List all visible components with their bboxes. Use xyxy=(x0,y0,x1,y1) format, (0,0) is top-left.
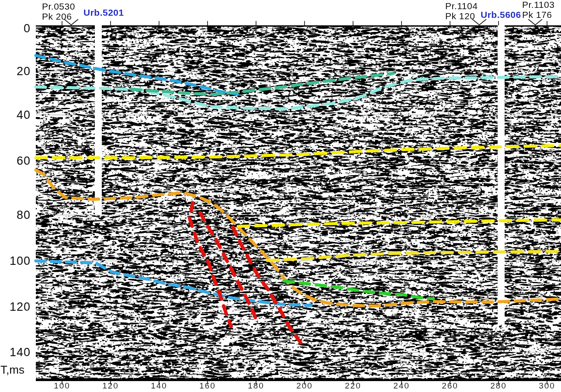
shotpoint-line2: Pk 176 xyxy=(522,10,554,20)
x-tick-label-300: 300 xyxy=(533,382,561,390)
y-tick-label-60: 60 xyxy=(0,155,31,167)
x-tick-label-160: 160 xyxy=(194,382,222,390)
y-tick-label-140: 140 xyxy=(0,346,31,358)
seismic-section-figure: 0204060801001201401001201401601802002202… xyxy=(0,0,561,392)
well-name-label-urb5606: Urb.5606 xyxy=(481,10,521,20)
y-tick-label-20: 20 xyxy=(0,65,31,77)
shotpoint-line1: Pr.0530 xyxy=(42,1,75,11)
shotpoint-label-pr1104: Pr.1104 Pk 120 xyxy=(445,1,478,21)
shotpoint-line1: Pr.1103 xyxy=(522,0,554,10)
y-tick-label-100: 100 xyxy=(0,255,31,267)
x-tick-label-100: 100 xyxy=(48,382,76,390)
y-tick-label-120: 120 xyxy=(0,301,31,313)
x-tick-label-220: 220 xyxy=(339,382,367,390)
x-tick-label-120: 120 xyxy=(97,382,125,390)
x-tick-label-260: 260 xyxy=(436,382,464,390)
x-tick-label-180: 180 xyxy=(242,382,270,390)
shotpoint-line2: Pk 120 xyxy=(445,11,478,21)
shotpoint-line1: Pr.1104 xyxy=(445,1,478,11)
x-tick-label-200: 200 xyxy=(291,382,319,390)
well-name-label-urb5201: Urb.5201 xyxy=(83,7,124,18)
shotpoint-label-pr0530: Pr.0530 Pk 206 xyxy=(42,1,75,21)
y-tick-label-40: 40 xyxy=(0,109,31,121)
time-axis-title: T,ms xyxy=(0,363,24,377)
x-tick-label-140: 140 xyxy=(145,382,173,390)
x-tick-label-240: 240 xyxy=(388,382,416,390)
y-tick-label-0: 0 xyxy=(0,22,31,35)
x-tick-label-280: 280 xyxy=(485,382,513,390)
shotpoint-line2: Pk 206 xyxy=(42,11,75,21)
shotpoint-label-pr1103: Pr.1103 Pk 176 xyxy=(522,0,554,20)
axis-tick-labels: 0204060801001201401001201401601802002202… xyxy=(0,0,561,392)
y-tick-label-80: 80 xyxy=(0,209,31,221)
